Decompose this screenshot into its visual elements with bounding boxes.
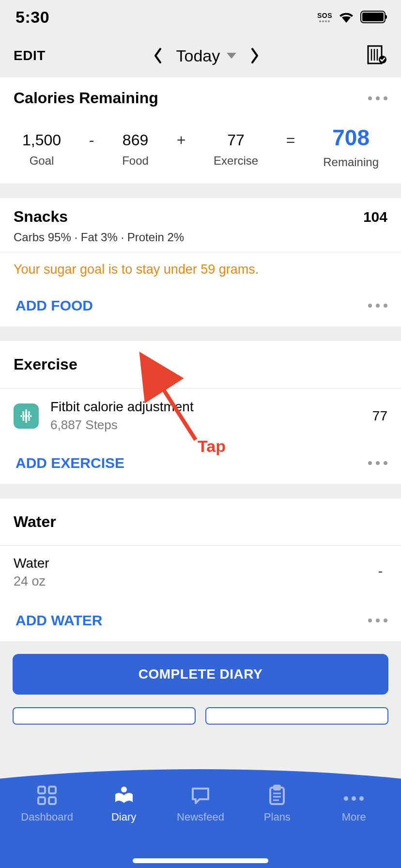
battery-icon [360, 11, 386, 23]
water-item[interactable]: Water 24 oz - [0, 545, 401, 601]
svg-point-8 [25, 411, 27, 413]
svg-point-10 [22, 419, 24, 421]
svg-rect-24 [38, 787, 45, 793]
minus-operator: - [89, 131, 94, 149]
newsfeed-icon [190, 785, 211, 806]
status-time: 5:30 [15, 8, 49, 27]
svg-point-5 [25, 409, 27, 411]
secondary-card-2[interactable] [205, 707, 388, 725]
water-section: Water Water 24 oz - ADD WATER [0, 498, 401, 641]
diary-header: EDIT Today [0, 34, 401, 78]
barcode-scan-button[interactable] [367, 45, 387, 66]
wifi-icon [338, 11, 355, 23]
snacks-section: Snacks 104 Carbs 95% · Fat 3% · Protein … [0, 198, 401, 326]
tab-more[interactable]: More [320, 785, 388, 823]
svg-point-11 [25, 418, 27, 420]
calorie-goal: 1,500 Goal [22, 131, 61, 168]
exercise-value: 77 [227, 131, 245, 149]
sos-label: SOS [317, 12, 332, 19]
chevron-down-icon [227, 53, 236, 59]
tab-newsfeed[interactable]: Newsfeed [167, 785, 234, 823]
more-icon [344, 785, 364, 806]
plans-icon [266, 785, 288, 806]
calorie-exercise: 77 Exercise [214, 131, 258, 168]
water-more-button[interactable] [368, 619, 387, 622]
dashboard-icon [36, 785, 58, 806]
tab-more-label: More [342, 811, 366, 823]
add-food-button[interactable]: ADD FOOD [14, 297, 93, 314]
secondary-cards-row [0, 707, 401, 725]
exercise-title: Exercise [14, 356, 387, 373]
add-water-button[interactable]: ADD WATER [14, 612, 102, 629]
svg-point-20 [28, 413, 30, 415]
secondary-card-1[interactable] [13, 707, 196, 725]
exercise-label: Exercise [214, 154, 258, 168]
svg-point-13 [20, 415, 22, 417]
tab-dashboard[interactable]: Dashboard [13, 785, 81, 823]
svg-point-14 [23, 415, 25, 417]
svg-point-18 [22, 413, 24, 415]
tab-plans[interactable]: Plans [243, 785, 311, 823]
sugar-goal-note: Your sugar goal is to stay under 59 gram… [14, 252, 387, 297]
svg-point-7 [22, 411, 24, 413]
date-navigator: Today [46, 46, 367, 65]
svg-point-9 [28, 411, 30, 413]
svg-rect-25 [49, 787, 56, 793]
svg-point-16 [28, 415, 30, 417]
food-label: Food [122, 154, 149, 168]
svg-point-12 [28, 419, 30, 421]
svg-point-28 [121, 787, 127, 792]
fitbit-icon [14, 403, 39, 429]
prev-day-button[interactable] [153, 47, 163, 64]
remaining-value: 708 [332, 124, 370, 151]
snacks-more-button[interactable] [368, 304, 387, 308]
svg-rect-26 [38, 797, 45, 804]
date-label-text: Today [176, 46, 220, 65]
tab-newsfeed-label: Newsfeed [177, 811, 224, 823]
tab-diary[interactable]: Diary [90, 785, 158, 823]
svg-point-19 [25, 413, 28, 415]
calories-more-button[interactable] [368, 96, 387, 100]
goal-label: Goal [30, 154, 54, 168]
diary-icon [113, 785, 135, 806]
svg-rect-27 [49, 797, 56, 804]
remaining-label: Remaining [323, 155, 379, 169]
svg-point-6 [25, 421, 27, 423]
complete-diary-button[interactable]: COMPLETE DIARY [13, 654, 388, 695]
calorie-remaining: 708 Remaining [323, 124, 379, 169]
water-title: Water [14, 513, 387, 531]
snacks-total: 104 [363, 209, 387, 225]
water-item-label: Water [14, 556, 49, 571]
calories-remaining-card: Calories Remaining 1,500 Goal - 869 Food… [0, 78, 401, 184]
edit-button[interactable]: EDIT [14, 48, 46, 63]
food-value: 869 [123, 131, 148, 149]
exercise-section: Exercise Fitbit calorie adjustment 6,887… [0, 341, 401, 484]
date-selector[interactable]: Today [176, 46, 237, 65]
status-icons: SOS [317, 11, 386, 23]
exercise-item-title: Fitbit calorie adjustment [50, 399, 361, 415]
calorie-food: 869 Food [122, 131, 149, 168]
next-day-button[interactable] [250, 47, 260, 64]
snacks-title: Snacks [14, 208, 68, 226]
tabbar: Dashboard Diary Newsfeed Plans More [0, 761, 401, 868]
goal-value: 1,500 [22, 131, 61, 149]
svg-point-22 [25, 417, 28, 419]
svg-point-17 [30, 415, 32, 417]
snacks-macros: Carbs 95% · Fat 3% · Protein 2% [14, 231, 387, 252]
tab-diary-label: Diary [111, 811, 136, 823]
exercise-item-sub: 6,887 Steps [50, 418, 361, 433]
svg-point-23 [28, 417, 30, 419]
exercise-item-fitbit[interactable]: Fitbit calorie adjustment 6,887 Steps 77 [0, 388, 401, 443]
exercise-item-calories: 77 [372, 408, 387, 424]
water-dash: - [378, 556, 387, 579]
tab-dashboard-label: Dashboard [21, 811, 73, 823]
exercise-more-button[interactable] [368, 461, 387, 465]
calories-title: Calories Remaining [14, 89, 158, 107]
status-bar: 5:30 SOS [0, 0, 401, 34]
plus-operator: + [177, 131, 186, 149]
add-exercise-button[interactable]: ADD EXERCISE [14, 455, 124, 471]
water-item-amount: 24 oz [14, 574, 49, 589]
complete-diary-wrap: COMPLETE DIARY [0, 641, 401, 707]
home-indicator [133, 858, 268, 863]
tab-plans-label: Plans [264, 811, 291, 823]
